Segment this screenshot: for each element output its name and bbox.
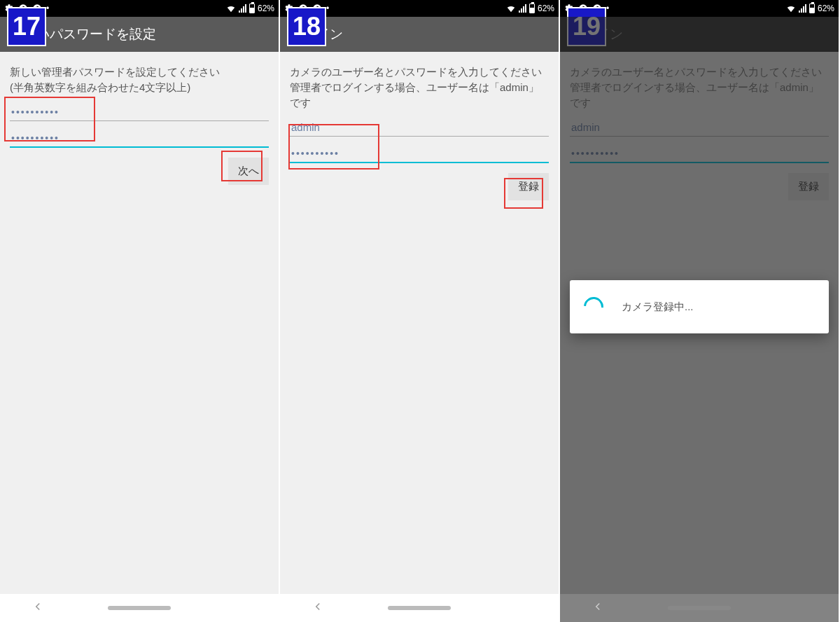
screen-19: • 62% ログイン 19 カメラのユーザー名とパスワードを入力してください 管… <box>560 0 840 622</box>
password-field[interactable] <box>290 144 549 163</box>
battery-text: 62% <box>538 4 554 13</box>
instruction-line-1: カメラのユーザー名とパスワードを入力してください <box>290 64 549 80</box>
back-button[interactable] <box>31 600 44 616</box>
screen-17: • 62% 新しいパスワードを設定 17 新しい管理者パスワードを設定してくださ… <box>0 0 280 622</box>
back-button[interactable] <box>312 600 324 616</box>
dot-icon: • <box>326 4 329 13</box>
battery-icon <box>249 4 255 13</box>
dot-icon: • <box>606 4 609 13</box>
wifi-icon <box>786 4 796 13</box>
register-button[interactable]: 登録 <box>508 173 549 200</box>
home-pill[interactable] <box>668 606 731 610</box>
home-pill[interactable] <box>108 606 171 610</box>
instruction-line-2: 管理者でログインする場合、ユーザー名は「admin」です <box>290 80 549 111</box>
instruction-line-2: (半角英数字を組み合わせた4文字以上) <box>10 80 269 95</box>
step-badge: 17 <box>7 7 46 46</box>
step-badge: 18 <box>287 7 326 46</box>
signal-icon <box>239 4 246 13</box>
android-navbar <box>0 594 279 622</box>
battery-text: 62% <box>258 4 274 13</box>
dialog-text: カメラ登録中... <box>622 300 694 314</box>
wifi-icon <box>226 4 236 13</box>
content-area: カメラのユーザー名とパスワードを入力してください 管理者でログインする場合、ユー… <box>280 52 559 163</box>
back-button[interactable] <box>592 600 604 616</box>
password-field-2[interactable] <box>10 128 269 148</box>
screen-18: • 62% ログイン 18 カメラのユーザー名とパスワードを入力してください 管… <box>280 0 560 622</box>
signal-icon <box>799 4 806 13</box>
spinner-icon <box>580 293 607 320</box>
android-navbar <box>280 594 559 622</box>
android-navbar <box>560 594 839 622</box>
password-field-1[interactable] <box>10 102 269 121</box>
battery-text: 62% <box>818 4 834 13</box>
battery-icon <box>809 4 815 13</box>
dot-icon: • <box>46 4 49 13</box>
content-area: 新しい管理者パスワードを設定してください (半角英数字を組み合わせた4文字以上) <box>0 52 279 148</box>
username-field[interactable] <box>290 117 549 137</box>
home-pill[interactable] <box>388 606 451 610</box>
signal-icon <box>519 4 526 13</box>
instruction-line-1: 新しい管理者パスワードを設定してください <box>10 64 269 80</box>
progress-dialog: カメラ登録中... <box>570 280 829 333</box>
next-button[interactable]: 次へ <box>228 158 269 185</box>
battery-icon <box>529 4 535 13</box>
wifi-icon <box>506 4 516 13</box>
